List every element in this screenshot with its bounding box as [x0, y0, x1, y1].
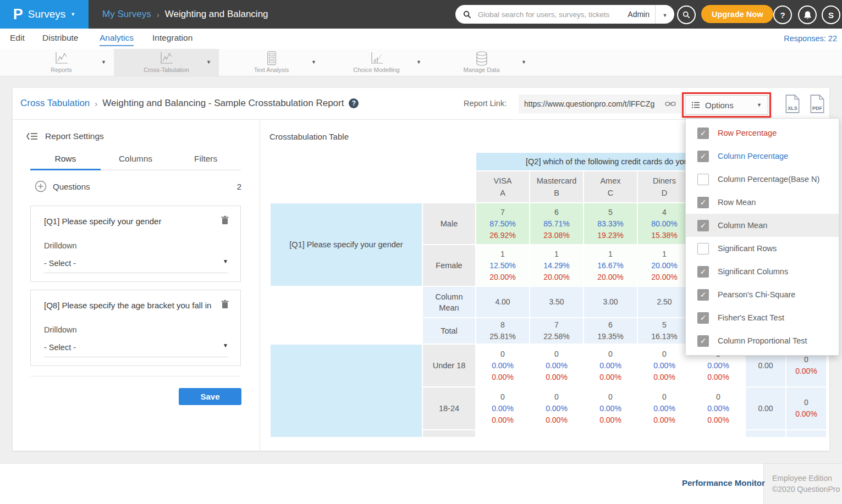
- toolbar-item-cross-tabulation[interactable]: Cross-Tabulation▼: [114, 49, 219, 76]
- chevron-down-icon[interactable]: ▼: [311, 60, 316, 65]
- option-column-percentage-base-n-[interactable]: Column Percentage(Base N): [686, 168, 839, 191]
- checked-checkbox-icon[interactable]: ✓: [697, 289, 709, 301]
- option-significant-rows[interactable]: Significant Rows: [686, 237, 839, 260]
- trash-icon[interactable]: [221, 300, 229, 312]
- option-column-percentage[interactable]: ✓Column Percentage: [686, 145, 839, 168]
- toolbar-item-choice-modelling[interactable]: Choice Modelling▼: [324, 49, 429, 76]
- checked-checkbox-icon[interactable]: ✓: [697, 335, 709, 347]
- question-card: [Q1] Please specify your genderDrilldown…: [30, 206, 241, 282]
- save-button[interactable]: Save: [179, 388, 241, 405]
- option-pearson-s-chi-square[interactable]: ✓Pearson's Chi-Square: [686, 283, 839, 306]
- chevron-down-icon[interactable]: ▼: [416, 60, 421, 65]
- chevron-down-icon: ▼: [223, 343, 228, 352]
- analytics-toolbar: Reports▼Cross-Tabulation▼Text Analysis▼C…: [0, 49, 842, 76]
- edition-info: Employee Edition ©2020 QuestionPro: [772, 473, 840, 495]
- column-header: VISAA: [476, 171, 529, 202]
- option-label: Fisher's Exact Test: [718, 313, 784, 322]
- row-header: 18-24: [423, 387, 475, 429]
- notifications-button[interactable]: [798, 5, 817, 24]
- tab-edit[interactable]: Edit: [10, 33, 25, 45]
- chevron-down-icon[interactable]: ▼: [521, 60, 526, 65]
- checked-checkbox-icon[interactable]: ✓: [697, 128, 709, 139]
- toolbar-item-manage-data[interactable]: Manage Data▼: [429, 49, 534, 76]
- option-column-proportional-test[interactable]: ✓Column Proportional Test: [686, 329, 839, 352]
- checked-checkbox-icon[interactable]: ✓: [697, 312, 709, 324]
- row-header: Total: [423, 318, 475, 344]
- question-title: [Q8] Please specify the age bracket you …: [44, 301, 213, 310]
- data-cell: 516.13%: [638, 318, 691, 344]
- search-submit-button[interactable]: [677, 5, 696, 24]
- tab-distribute[interactable]: Distribute: [42, 33, 78, 45]
- data-cell: 00.00%0.00%: [638, 345, 691, 386]
- export-xls-button[interactable]: XLS: [784, 94, 801, 116]
- settings-tabs: RowsColumnsFilters: [30, 154, 241, 170]
- search-scope-label: Admin: [628, 10, 650, 19]
- data-cell: 3.50: [530, 287, 583, 317]
- options-button[interactable]: Options ▼: [685, 95, 768, 115]
- options-dropdown-menu: ✓Row Percentage✓Column PercentageColumn …: [685, 118, 839, 356]
- option-label: Significant Columns: [718, 267, 788, 276]
- cross-tabulation-link[interactable]: Cross Tabulation: [20, 98, 90, 109]
- toolbar-item-reports[interactable]: Reports▼: [9, 49, 114, 76]
- data-cell: 00.00%0.00%: [584, 387, 637, 429]
- help-icon[interactable]: ?: [349, 98, 359, 108]
- drilldown-label: Drilldown: [44, 241, 77, 250]
- trash-icon[interactable]: [221, 215, 229, 228]
- drilldown-select[interactable]: - Select -▼: [44, 343, 228, 357]
- checked-checkbox-icon[interactable]: ✓: [697, 197, 709, 208]
- questions-row: Questions 2: [35, 180, 241, 192]
- data-cell: 00.00%0.00%: [476, 387, 529, 429]
- table-cell: [530, 430, 583, 437]
- option-significant-columns[interactable]: ✓Significant Columns: [686, 260, 839, 283]
- settings-tab-rows[interactable]: Rows: [30, 154, 101, 170]
- checked-checkbox-icon[interactable]: ✓: [697, 220, 709, 231]
- breadcrumb-my-surveys[interactable]: My Surveys: [102, 9, 151, 20]
- toolbar-item-text-analysis[interactable]: Text Analysis▼: [219, 49, 324, 76]
- divider: [260, 119, 260, 451]
- data-cell: 825.81%: [476, 318, 529, 344]
- tab-integration[interactable]: Integration: [152, 33, 192, 45]
- surveys-product-menu[interactable]: P Surveys ▼: [0, 0, 89, 29]
- upgrade-now-button[interactable]: Upgrade Now: [701, 5, 773, 23]
- divider: [30, 376, 241, 376]
- data-cell: 00.00%0.00%: [530, 387, 583, 429]
- chevron-down-icon: ▼: [757, 103, 762, 108]
- checked-checkbox-icon[interactable]: ✓: [697, 151, 709, 162]
- report-link-field[interactable]: https://www.questionpro.com/t/lFFCZg: [519, 95, 681, 113]
- table-cell: [271, 171, 475, 202]
- option-row-mean[interactable]: ✓Row Mean: [686, 191, 839, 214]
- copyright-label: ©2020 QuestionPro: [772, 484, 840, 495]
- breadcrumb: My Surveys › Weighting and Balancing: [102, 0, 268, 29]
- global-search-input[interactable]: [477, 10, 628, 19]
- chevron-down-icon[interactable]: ▼: [206, 60, 211, 65]
- search-scope-dropdown[interactable]: ▼: [656, 9, 674, 19]
- responses-count: Responses: 22: [784, 34, 837, 43]
- link-icon[interactable]: [665, 101, 676, 107]
- add-question-icon[interactable]: [35, 180, 47, 192]
- collapse-panel-icon[interactable]: [26, 132, 38, 141]
- tab-analytics[interactable]: Analytics: [100, 33, 134, 46]
- export-pdf-button[interactable]: PDF: [808, 94, 826, 116]
- toolbar-item-label: Reports: [9, 67, 114, 73]
- unchecked-checkbox-icon[interactable]: [697, 243, 709, 254]
- option-row-percentage[interactable]: ✓Row Percentage: [686, 121, 839, 145]
- questions-count: 2: [237, 182, 241, 191]
- option-column-mean[interactable]: ✓Column Mean: [686, 214, 839, 237]
- toolbar-item-label: Cross-Tabulation: [114, 67, 219, 73]
- drilldown-select[interactable]: - Select -▼: [44, 259, 228, 273]
- performance-monitor-link[interactable]: Performance Monitor: [682, 478, 765, 488]
- help-button[interactable]: ?: [773, 5, 792, 24]
- row-header: Under 18: [423, 345, 475, 386]
- options-highlight-box: Options ▼: [682, 92, 771, 118]
- avatar[interactable]: S: [822, 5, 840, 24]
- data-cell: 00.00%0.00%: [638, 387, 691, 429]
- checked-checkbox-icon[interactable]: ✓: [697, 266, 709, 278]
- settings-tab-filters[interactable]: Filters: [170, 154, 241, 170]
- option-label: Column Proportional Test: [718, 336, 807, 345]
- table-cell: [271, 318, 422, 344]
- data-cell: 722.58%: [530, 318, 583, 344]
- unchecked-checkbox-icon[interactable]: [697, 174, 709, 185]
- settings-tab-columns[interactable]: Columns: [101, 154, 171, 170]
- option-fisher-s-exact-test[interactable]: ✓Fisher's Exact Test: [686, 306, 839, 329]
- chevron-down-icon[interactable]: ▼: [101, 60, 106, 65]
